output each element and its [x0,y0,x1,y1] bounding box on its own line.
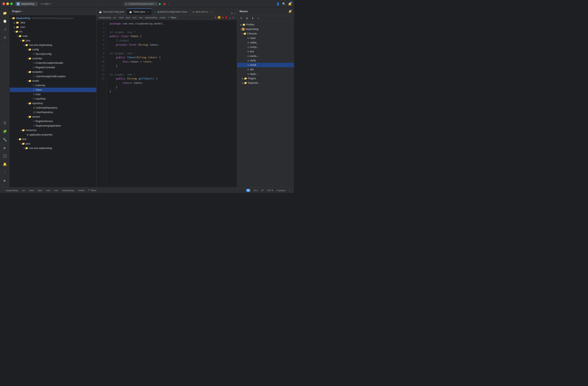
status-encoding[interactable]: UTF-8 [265,189,275,192]
breadcrumb-src[interactable]: src [113,16,116,19]
tree-item-auth-repo[interactable]: Ⓐ AuthorityRepository [10,106,96,110]
tree-item-user-exc[interactable]: ⓘ UserAlreadyExistException [10,74,96,79]
status-token-class[interactable]: © Token [86,188,98,193]
status-main[interactable]: main [27,188,36,193]
plugins-activity-icon[interactable]: ⚙ [1,34,9,41]
status-git-icon[interactable]: ↕ [287,189,292,192]
tree-item-user-repo[interactable]: Ⓐ UserRepository [10,110,96,115]
maven-plugins[interactable]: ▶ 📁 Plugins [237,76,294,81]
expand-icon[interactable]: ▲ [229,16,231,19]
breadcrumb-main[interactable]: main [119,16,124,19]
tree-item-pkg-test[interactable]: ▾ 📁 com.eve.staybooking [10,146,96,150]
maven-profiles[interactable]: ▶ 📁 Profiles [237,22,294,27]
tree-item-repository[interactable]: ▾ 📁 repository [10,101,96,106]
tree-item-register-svc[interactable]: © RegisterService [10,119,96,123]
tree-item-exception[interactable]: ▾ 📁 exception [10,70,96,74]
status-line-ending[interactable]: LF [259,189,265,192]
close-button[interactable] [2,2,5,5]
maven-goal-verify[interactable]: ⚙ verify [237,58,294,63]
tree-item-config[interactable]: ▾ 📁 config [10,47,96,52]
play-activity-icon[interactable]: ▶ [1,177,9,184]
run-button[interactable]: ▶ [159,2,161,6]
tree-item-security-config[interactable]: © SecurityConfig [10,52,96,56]
search-icon[interactable]: 🔍 [282,2,286,5]
more-options-icon[interactable]: ⋮ [167,2,170,6]
maven-add-btn[interactable]: ⊞ [244,16,249,21]
tree-item-mvn[interactable]: ▶ 📁 .mvn [10,25,96,29]
tree-root[interactable]: ▾ 📁 staybooking ~/Desktop/Projects/StayB… [10,16,96,20]
code-content[interactable]: package com.eve.staybooking.model; no us… [106,20,237,187]
status-position[interactable]: 14:1 [252,189,259,192]
maven-goal-install[interactable]: ⚙ install [237,63,294,67]
tree-item-service[interactable]: ▾ 📁 service [10,115,96,119]
tree-item-user[interactable]: © User [10,92,96,96]
breadcrumb-staybooking[interactable]: staybooking [99,16,111,19]
tree-item-props[interactable]: ⚙ application.properties [10,133,96,137]
tab-close-token[interactable]: ✕ [146,10,149,13]
breadcrumb-model[interactable]: model [159,16,166,19]
folder-activity-icon[interactable]: 📁 [1,9,9,17]
tree-item-authority[interactable]: © Authority [10,83,96,88]
status-eve[interactable]: eve [53,188,60,193]
minimize-button[interactable] [6,2,9,5]
maven-project-root[interactable]: ▾ m staybooking [237,27,294,31]
run-config-selector[interactable]: ☁ StaybookingApplication ▾ [124,2,158,6]
status-staybooking2[interactable]: staybooking [60,188,76,193]
tree-item-java[interactable]: ▾ 📁 java [10,38,96,43]
maven-lifecycle[interactable]: ▾ 📁 Lifecycle [237,31,294,36]
terminal-icon[interactable]: ⬛ [1,152,9,160]
account-icon[interactable]: 👤 [276,2,280,5]
tree-item-src[interactable]: ▾ 📁 src [10,29,96,34]
file-tree[interactable]: ▾ 📁 staybooking ~/Desktop/Projects/StayB… [10,15,96,187]
maven-refresh-btn[interactable]: ↻ [239,16,244,21]
status-model[interactable]: model [76,188,86,193]
breadcrumb-com[interactable]: com [132,16,137,19]
maven-goal-validate[interactable]: ⚙ valida... [237,40,294,45]
vcs-activity-icon[interactable]: ⌚ [1,18,9,25]
maximize-button[interactable] [10,2,13,5]
project-selector[interactable]: S staybooking ▾ [15,2,38,6]
breadcrumb-token[interactable]: © Token [168,16,176,19]
database-icon[interactable]: 🗄 [1,120,9,127]
tools-icon[interactable]: 🔧 [1,136,9,143]
debug-button[interactable]: 🐞 [163,2,166,5]
maven-tree[interactable]: ▶ 📁 Profiles ▾ m staybooking ▾ 📁 Lifecyc… [237,22,294,187]
tree-item-register-ctrl[interactable]: © RegisterController [10,65,96,70]
more-tools-icon[interactable]: … [1,42,9,49]
maven-goal-test[interactable]: ⚙ test [237,49,294,54]
status-project[interactable]: □ staybooking [2,188,20,193]
tree-item-resources[interactable]: ▾ 📁 resources [10,128,96,133]
tree-item-idea[interactable]: ▶ 📁 .idea [10,20,96,25]
status-com[interactable]: com [44,188,52,193]
tab-token[interactable]: ☕ Token.java ✕ [127,8,152,15]
tree-item-java-test[interactable]: ▾ 📁 java [10,141,96,146]
tabs-settings-icon[interactable]: ⚙ [231,12,233,15]
maven-more-btn[interactable]: » [256,16,261,21]
maven-goal-package[interactable]: ⚙ packa... [237,54,294,58]
tab-security[interactable]: ☕ SecurityConfig.java [97,8,127,15]
maven-goal-compile[interactable]: ⚙ compi... [237,45,294,49]
notifications-icon[interactable]: 🔔 [288,2,292,5]
tab-pom[interactable]: m pom.xml (s... ▾ [190,8,215,15]
tree-item-controller[interactable]: ▾ 📁 controller [10,56,96,61]
branch-activity-icon[interactable]: ⎇ [1,26,9,33]
tree-item-test[interactable]: ▾ 📁 test [10,137,96,141]
breadcrumb-eve[interactable]: eve [139,16,143,19]
git-icon[interactable]: ↕ [1,169,9,176]
notifications-activity-icon[interactable]: 🔔 [1,160,9,168]
maven-notification-icon[interactable]: 🔔 [289,10,292,13]
collapse-icon[interactable]: ▼ [232,16,234,19]
status-src[interactable]: src [21,188,27,193]
tree-item-package[interactable]: ▾ 📁 com.eve.staybooking [10,43,96,47]
run-activity-icon[interactable]: ▶ [1,144,9,152]
tabs-more-icon[interactable]: ≡ [234,12,235,15]
tree-item-userrole[interactable]: © UserRole [10,96,96,101]
maven-goal-clean[interactable]: ⚙ clean [237,36,294,40]
status-java[interactable]: java [36,188,44,193]
tree-item-custom-exc[interactable]: © CustomExceptionHandler [10,61,96,65]
maven-download-btn[interactable]: ⬇ [250,16,255,21]
branch-selector[interactable]: ⎇ main ▾ [40,2,51,5]
breadcrumb-staybooking2[interactable]: staybooking [145,16,157,19]
tab-jpa[interactable]: ◇ JpaBaseConfiguration.class [152,8,190,15]
tree-item-app[interactable]: © StaybookingApplication [10,123,96,128]
